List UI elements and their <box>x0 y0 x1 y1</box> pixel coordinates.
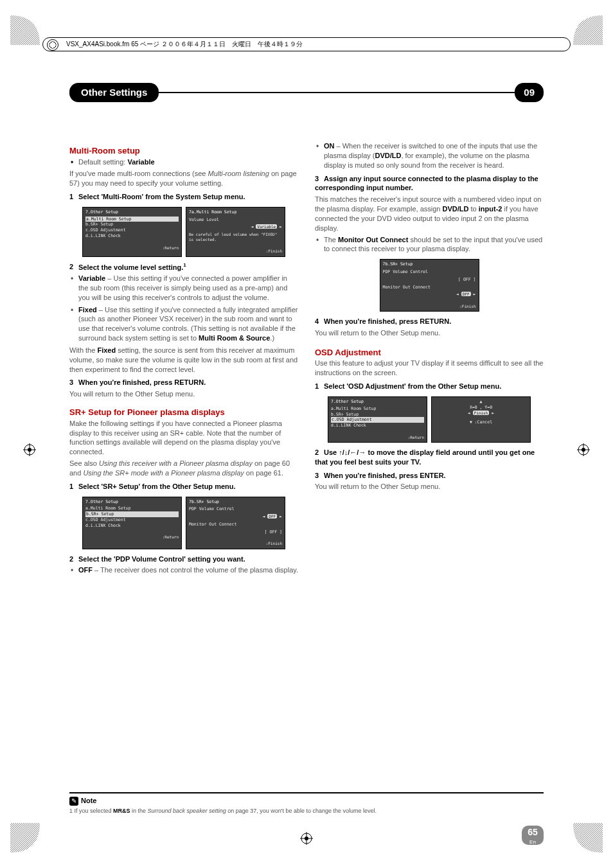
r-step-3: 3Assign any input source connected to th… <box>315 174 544 193</box>
osd-pair-1: 7.Other Setup a.Multi Room Setup b.SR+ S… <box>69 207 298 257</box>
content-area: Multi-Room setup Default setting: Variab… <box>69 141 544 791</box>
return-text-2: You will return to the Other Setup menu. <box>315 328 544 338</box>
reg-mark-bottom <box>300 832 313 845</box>
note-label: Note <box>81 797 96 804</box>
osd-sr-setup: 7b.SR+ Setup PDP Volume Control ◄ OFF ► … <box>186 497 285 549</box>
bullet-variable: Variable – Use this setting if you've co… <box>69 274 298 303</box>
crop-mark-tl <box>10 15 40 45</box>
heading-multiroom: Multi-Room setup <box>69 145 298 157</box>
chapter-number: 09 <box>515 83 544 102</box>
r-step-4: 4When you're finished, press RETURN. <box>315 317 544 326</box>
osd-sr-setup-2: 7b.SR+ Setup PDP Volume Control [ OFF ] … <box>380 259 479 312</box>
sr-seealso: See also Using this receiver with a Pion… <box>69 459 298 478</box>
osd-intro: Use this feature to adjust your TV displ… <box>315 359 544 378</box>
right-column: ON – When the receiver is switched to on… <box>315 141 544 791</box>
bullet-fixed: Fixed – Use this setting if you've conne… <box>69 305 298 343</box>
bullet-monitor: The Monitor Out Connect should be set to… <box>315 235 544 254</box>
osd-adjust-display: ▲ X=0 , Y=0 ◄ Finish ► ▼ :Cancel <box>431 396 531 443</box>
step-3: 3When you're finished, press RETURN. <box>69 378 298 387</box>
header-rule <box>159 92 515 93</box>
sr-intro: Make the following settings if you have … <box>69 419 298 457</box>
chapter-header: Other Settings 09 <box>69 84 544 102</box>
osd-multiroom-setup: 7a.Multi Room Setup Volume Level ◄ Varia… <box>186 207 285 257</box>
bullet-on: ON – When the receiver is switched to on… <box>315 141 544 170</box>
crop-mark-tr <box>573 15 603 45</box>
osd-single-1: 7b.SR+ Setup PDP Volume Control [ OFF ] … <box>315 259 544 312</box>
osd-pair-3: 7.Other Setup a.Multi Room Setup b.SR+ S… <box>315 396 544 443</box>
default-setting-line: Default setting: Variable <box>69 157 298 167</box>
osd-pair-2: 7.Other Setup a.Multi Room Setup b.SR+ S… <box>69 497 298 549</box>
fixed-warning: With the Fixed setting, the source is se… <box>69 346 298 375</box>
return-text-3: You will return to the Other Setup menu. <box>315 482 544 492</box>
sr-step-1: 1Select 'SR+ Setup' from the Other Setup… <box>69 482 298 492</box>
osd-other-setup-3: 7.Other Setup a.Multi Room Setup b.SR+ S… <box>328 396 427 443</box>
osd-step-3: 3When you're finished, press ENTER. <box>315 471 544 481</box>
heading-osd: OSD Adjustment <box>315 347 544 359</box>
sr-step-2: 2Select the 'PDP Volume Control' setting… <box>69 554 298 564</box>
page-number: 65 En <box>522 826 544 845</box>
note-icon: ✎ <box>69 797 78 806</box>
osd-step-2: 2Use ↑/↓/←/→ to move the display field a… <box>315 448 544 467</box>
osd-other-setup-2: 7.Other Setup a.Multi Room Setup b.SR+ S… <box>82 497 182 549</box>
reg-mark-left <box>23 443 36 456</box>
reg-mark-right <box>577 443 590 456</box>
step-2: 2Select the volume level setting.1 <box>69 262 298 272</box>
heading-srplus: SR+ Setup for Pioneer plasma displays <box>69 407 298 418</box>
left-column: Multi-Room setup Default setting: Variab… <box>69 141 298 791</box>
assign-text: This matches the receiver's input source… <box>315 195 544 233</box>
book-file-tag: VSX_AX4ASi.book.fm 65 ページ ２００６年４月１１日 火曜日… <box>42 37 571 51</box>
chapter-title: Other Settings <box>69 83 159 102</box>
crop-mark-bl <box>10 823 40 853</box>
step-1: 1Select 'Multi-Room' from the System Set… <box>69 192 298 202</box>
footnote-text: 1 If you selected MR&S in the Surround b… <box>69 808 377 814</box>
osd-other-setup: 7.Other Setup a.Multi Room Setup b.SR+ S… <box>82 207 182 257</box>
osd-step-1: 1Select 'OSD Adjustment' from the Other … <box>315 382 544 391</box>
crop-mark-br <box>573 823 603 853</box>
footnote: ✎Note 1 If you selected MR&S in the Surr… <box>69 792 544 815</box>
multiroom-intro: If you've made multi-room connections (s… <box>69 169 298 188</box>
return-text-1: You will return to the Other Setup menu. <box>69 389 298 399</box>
book-file-text: VSX_AX4ASi.book.fm 65 ページ ２００６年４月１１日 火曜日… <box>66 40 303 49</box>
bullet-off: OFF – The receiver does not control the … <box>69 565 298 575</box>
